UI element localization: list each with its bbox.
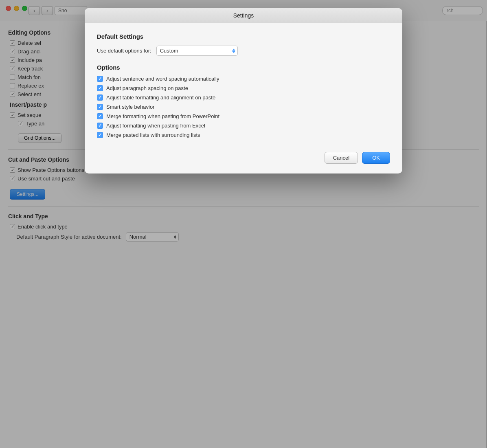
modal-option-label-4: Merge formatting when pasting from Power…: [106, 113, 219, 119]
options-title: Options: [97, 64, 390, 71]
cancel-button[interactable]: Cancel: [325, 152, 358, 164]
modal-overlay: Settings Default Settings Use default op…: [0, 0, 487, 448]
modal-option-label-3: Smart style behavior: [106, 104, 155, 110]
default-settings-title: Default Settings: [97, 33, 390, 40]
modal-option-label-0: Adjust sentence and word spacing automat…: [106, 76, 219, 82]
modal-option-label-2: Adjust table formatting and alignment on…: [106, 94, 215, 101]
modal-checkbox-6[interactable]: [97, 132, 103, 138]
modal-checkbox-2[interactable]: [97, 94, 103, 101]
modal-body: Default Settings Use default options for…: [85, 23, 402, 173]
ok-button[interactable]: OK: [362, 152, 390, 164]
modal-option-5: Adjust formatting when pasting from Exce…: [97, 123, 390, 129]
modal-option-2: Adjust table formatting and alignment on…: [97, 94, 390, 101]
modal-checkbox-1[interactable]: [97, 85, 103, 91]
modal-option-0: Adjust sentence and word spacing automat…: [97, 76, 390, 82]
modal-title: Settings: [233, 12, 254, 19]
modal-option-label-6: Merge pasted lists with surrounding list…: [106, 132, 200, 138]
modal-option-label-5: Adjust formatting when pasting from Exce…: [106, 123, 205, 129]
custom-select-wrapper: Custom: [156, 46, 238, 56]
default-options-select[interactable]: Custom: [156, 46, 238, 56]
modal-checkbox-3[interactable]: [97, 104, 103, 110]
modal-option-1: Adjust paragraph spacing on paste: [97, 85, 390, 91]
modal-option-label-1: Adjust paragraph spacing on paste: [106, 85, 188, 91]
modal-checkbox-4[interactable]: [97, 113, 103, 119]
modal-option-3: Smart style behavior: [97, 104, 390, 110]
modal-titlebar: Settings: [85, 8, 402, 23]
modal-buttons: Cancel OK: [97, 148, 390, 164]
use-default-row: Use default options for: Custom: [97, 46, 390, 56]
modal-option-4: Merge formatting when pasting from Power…: [97, 113, 390, 119]
modal-option-6: Merge pasted lists with surrounding list…: [97, 132, 390, 138]
modal-checkbox-5[interactable]: [97, 123, 103, 129]
use-default-label: Use default options for:: [97, 48, 151, 54]
settings-modal: Settings Default Settings Use default op…: [85, 8, 402, 173]
modal-checkbox-0[interactable]: [97, 76, 103, 82]
